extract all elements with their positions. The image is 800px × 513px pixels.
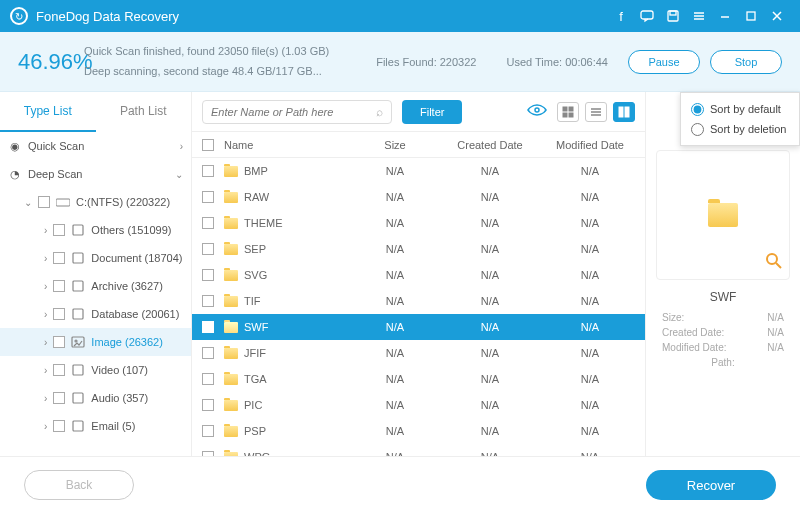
checkbox[interactable] [53, 392, 65, 404]
sidebar-item-label: Database (20061) [91, 308, 183, 320]
sidebar-item-label: Email (5) [91, 420, 183, 432]
feedback-icon[interactable] [634, 0, 660, 32]
checkbox[interactable] [53, 308, 65, 320]
folder-icon [708, 203, 738, 227]
minimize-button[interactable] [712, 0, 738, 32]
checkbox[interactable] [53, 420, 65, 432]
sidebar-item[interactable]: ›Database (20061) [0, 300, 191, 328]
svg-rect-20 [625, 107, 629, 117]
table-row[interactable]: THEMEN/AN/AN/A [192, 210, 645, 236]
table-row[interactable]: BMPN/AN/AN/A [192, 158, 645, 184]
svg-rect-8 [73, 309, 83, 319]
sidebar-item[interactable]: ›Archive (3627) [0, 272, 191, 300]
row-modified: N/A [540, 425, 640, 437]
checkbox[interactable] [202, 425, 214, 437]
row-size: N/A [350, 373, 440, 385]
table-row[interactable]: SVGN/AN/AN/A [192, 262, 645, 288]
menu-icon[interactable] [686, 0, 712, 32]
sidebar-item[interactable]: ›Email (5) [0, 412, 191, 440]
facebook-icon[interactable]: f [608, 0, 634, 32]
category-icon [71, 251, 85, 265]
row-modified: N/A [540, 399, 640, 411]
checkbox[interactable] [202, 191, 214, 203]
row-size: N/A [350, 243, 440, 255]
col-size[interactable]: Size [350, 139, 440, 151]
preview-toggle-icon[interactable] [527, 103, 547, 120]
sidebar-drive-c[interactable]: ⌄ C:(NTFS) (220322) [0, 188, 191, 216]
category-icon [71, 363, 85, 377]
svg-rect-18 [569, 113, 573, 117]
sidebar-quick-scan[interactable]: ◉ Quick Scan › [0, 132, 191, 160]
checkbox[interactable] [202, 373, 214, 385]
checkbox[interactable] [202, 321, 214, 333]
search-input[interactable] [211, 106, 376, 118]
checkbox[interactable] [202, 269, 214, 281]
search-box[interactable]: ⌕ [202, 100, 392, 124]
checkbox-all[interactable] [202, 139, 214, 151]
sidebar-deep-scan[interactable]: ◔ Deep Scan ⌄ [0, 160, 191, 188]
checkbox[interactable] [202, 217, 214, 229]
pause-button[interactable]: Pause [628, 50, 700, 74]
sidebar-item[interactable]: ›Image (26362) [0, 328, 191, 356]
table-row[interactable]: TGAN/AN/AN/A [192, 366, 645, 392]
search-icon[interactable]: ⌕ [376, 105, 383, 119]
save-icon[interactable] [660, 0, 686, 32]
row-created: N/A [440, 217, 540, 229]
chevron-right-icon: › [44, 337, 47, 348]
checkbox[interactable] [202, 451, 214, 456]
checkbox[interactable] [202, 295, 214, 307]
col-modified[interactable]: Modified Date [540, 139, 640, 151]
tab-path-list[interactable]: Path List [96, 92, 192, 132]
sidebar-item[interactable]: ›Others (151099) [0, 216, 191, 244]
table-row[interactable]: WPGN/AN/AN/A [192, 444, 645, 456]
sidebar-item[interactable]: ›Video (107) [0, 356, 191, 384]
table-row[interactable]: PICN/AN/AN/A [192, 392, 645, 418]
checkbox[interactable] [53, 252, 65, 264]
sidebar-item[interactable]: ›Audio (357) [0, 384, 191, 412]
checkbox[interactable] [53, 224, 65, 236]
magnify-icon[interactable] [765, 252, 783, 273]
folder-icon [224, 166, 238, 177]
col-created[interactable]: Created Date [440, 139, 540, 151]
back-button[interactable]: Back [24, 470, 134, 500]
view-detail-button[interactable] [613, 102, 635, 122]
sort-deletion-option[interactable]: Sort by deletion [691, 119, 789, 139]
recover-button[interactable]: Recover [646, 470, 776, 500]
category-icon [71, 223, 85, 237]
checkbox[interactable] [202, 347, 214, 359]
checkbox[interactable] [38, 196, 50, 208]
table-row[interactable]: PSPN/AN/AN/A [192, 418, 645, 444]
maximize-button[interactable] [738, 0, 764, 32]
checkbox[interactable] [53, 364, 65, 376]
chevron-right-icon: › [44, 393, 47, 404]
chevron-down-icon: ⌄ [24, 197, 32, 208]
checkbox[interactable] [53, 336, 65, 348]
stop-button[interactable]: Stop [710, 50, 782, 74]
row-size: N/A [350, 451, 440, 456]
tab-type-list[interactable]: Type List [0, 92, 96, 132]
sort-default-option[interactable]: Sort by default [691, 99, 789, 119]
status-line1: Quick Scan finished, found 23050 file(s)… [84, 42, 376, 62]
sidebar-item[interactable]: ›Document (18704) [0, 244, 191, 272]
table-row[interactable]: TIFN/AN/AN/A [192, 288, 645, 314]
close-button[interactable] [764, 0, 790, 32]
view-list-button[interactable] [585, 102, 607, 122]
checkbox[interactable] [202, 243, 214, 255]
table-row[interactable]: JFIFN/AN/AN/A [192, 340, 645, 366]
folder-icon [224, 192, 238, 203]
table-row[interactable]: SEPN/AN/AN/A [192, 236, 645, 262]
drive-icon [56, 195, 70, 209]
filter-button[interactable]: Filter [402, 100, 462, 124]
checkbox[interactable] [53, 280, 65, 292]
view-grid-button[interactable] [557, 102, 579, 122]
col-name[interactable]: Name [220, 139, 350, 151]
svg-rect-16 [569, 107, 573, 111]
row-created: N/A [440, 373, 540, 385]
files-found: Files Found: 220322 [376, 56, 476, 68]
table-row[interactable]: SWFN/AN/AN/A [192, 314, 645, 340]
row-name: JFIF [244, 347, 266, 359]
row-modified: N/A [540, 347, 640, 359]
checkbox[interactable] [202, 165, 214, 177]
checkbox[interactable] [202, 399, 214, 411]
table-row[interactable]: RAWN/AN/AN/A [192, 184, 645, 210]
